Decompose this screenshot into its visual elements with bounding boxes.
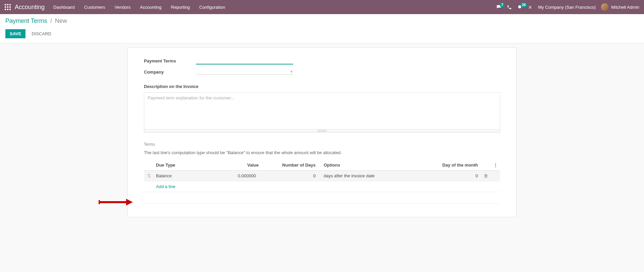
menu-customers[interactable]: Customers xyxy=(84,5,105,10)
svg-rect-6 xyxy=(5,9,6,10)
th-day-of-month: Day of the month xyxy=(433,160,480,171)
svg-rect-0 xyxy=(5,4,6,5)
menu-vendors[interactable]: Vendors xyxy=(115,5,131,10)
drag-handle-icon[interactable]: ⇅ xyxy=(147,173,151,178)
terms-table: Due Type Value Number of Days Options Da… xyxy=(144,160,500,203)
resize-handle[interactable] xyxy=(144,129,500,132)
user-name: Mitchell Admin xyxy=(611,5,639,10)
breadcrumb-current: New xyxy=(55,17,67,24)
svg-rect-2 xyxy=(9,4,11,5)
th-number-of-days: Number of Days xyxy=(278,160,322,171)
apps-icon[interactable] xyxy=(5,4,11,10)
menu-accounting[interactable]: Accounting xyxy=(140,5,161,10)
cell-day-of-month[interactable]: 0 xyxy=(433,171,480,181)
form-sheet: Payment Terms Company ▼ Description on t… xyxy=(127,47,517,217)
main-menu: Dashboard Customers Vendors Accounting R… xyxy=(53,5,225,10)
discuss-icon[interactable]: 7 xyxy=(496,5,501,10)
menu-configuration[interactable]: Configuration xyxy=(199,5,225,10)
phone-icon[interactable] xyxy=(507,5,512,10)
breadcrumb-separator: / xyxy=(50,17,52,24)
svg-rect-7 xyxy=(7,9,8,10)
add-line-link[interactable]: Add a line xyxy=(156,184,175,189)
activities-badge: 26 xyxy=(521,3,527,7)
trash-icon[interactable]: 🗑 xyxy=(484,173,488,178)
cell-number-of-days[interactable]: 0 xyxy=(278,171,322,181)
chevron-down-icon: ▼ xyxy=(290,70,293,74)
cell-due-type[interactable]: Balance xyxy=(154,171,228,181)
payment-terms-label: Payment Terms xyxy=(144,58,196,63)
discuss-badge: 7 xyxy=(500,3,504,7)
breadcrumb: Payment Terms / New xyxy=(5,17,639,25)
terms-section-title: Terms xyxy=(144,142,500,147)
avatar xyxy=(601,3,608,11)
description-textarea[interactable] xyxy=(144,93,500,128)
payment-terms-input[interactable] xyxy=(196,57,293,64)
activities-icon[interactable]: 26 xyxy=(517,5,522,10)
table-row[interactable]: ⇅ Balance 0.000000 0 days after the invo… xyxy=(144,171,500,181)
th-optional-fields[interactable]: ⋮ xyxy=(491,160,500,171)
th-value: Value xyxy=(228,160,278,171)
control-panel: Payment Terms / New Save Discard xyxy=(0,14,644,43)
menu-dashboard[interactable]: Dashboard xyxy=(53,5,75,10)
th-due-type: Due Type xyxy=(154,160,228,171)
breadcrumb-root[interactable]: Payment Terms xyxy=(5,17,47,24)
svg-rect-3 xyxy=(5,6,6,8)
annotation-arrow xyxy=(98,197,135,207)
add-line-row: Add a line xyxy=(144,181,500,192)
svg-rect-1 xyxy=(7,4,8,5)
app-brand[interactable]: Accounting xyxy=(15,4,45,11)
cell-options[interactable]: days after the invoice date xyxy=(322,171,433,181)
save-button[interactable]: Save xyxy=(5,29,25,38)
cell-value[interactable]: 0.000000 xyxy=(228,171,278,181)
svg-rect-4 xyxy=(7,6,8,8)
svg-rect-8 xyxy=(9,9,11,10)
svg-rect-5 xyxy=(9,6,11,8)
close-studio-icon[interactable] xyxy=(528,5,533,10)
company-switcher[interactable]: My Company (San Francisco) xyxy=(538,5,596,10)
top-navbar: Accounting Dashboard Customers Vendors A… xyxy=(0,0,644,14)
company-dropdown[interactable]: ▼ xyxy=(196,69,293,75)
discard-button[interactable]: Discard xyxy=(29,30,54,38)
menu-reporting[interactable]: Reporting xyxy=(171,5,190,10)
kebab-icon: ⋮ xyxy=(493,163,498,168)
th-options: Options xyxy=(322,160,433,171)
svg-marker-11 xyxy=(126,199,133,206)
description-label: Description on the Invoice xyxy=(144,84,500,89)
terms-hint: The last line's computation type should … xyxy=(144,150,500,155)
user-menu[interactable]: Mitchell Admin xyxy=(601,3,639,11)
company-label: Company xyxy=(144,70,196,75)
